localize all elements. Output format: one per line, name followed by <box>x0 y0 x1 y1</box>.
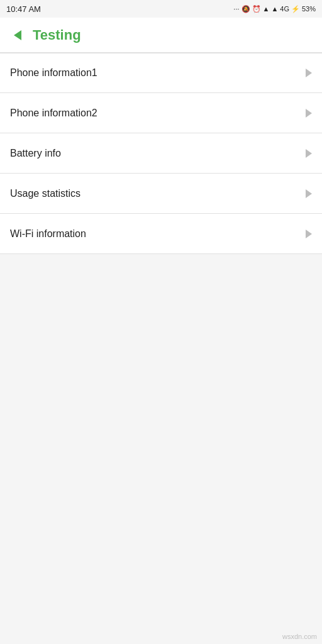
app-bar: Testing <box>0 18 322 53</box>
page-title: Testing <box>33 27 81 43</box>
status-bar: 10:47 AM ··· 🔕 ⏰ ▲ ▲ 4G ⚡ 53% <box>0 0 322 18</box>
menu-item-phone-info-2[interactable]: Phone information2 <box>0 93 322 133</box>
menu-list: Phone information1Phone information2Batt… <box>0 53 322 254</box>
menu-item-label-wifi-info: Wi-Fi information <box>10 228 86 240</box>
chevron-right-icon-phone-info-2 <box>306 109 312 118</box>
chevron-right-icon-usage-stats <box>306 189 312 198</box>
back-chevron-icon <box>14 30 21 40</box>
alarm-icon: ⏰ <box>252 5 261 13</box>
lightning-icon: ⚡ <box>291 5 300 13</box>
menu-item-label-usage-stats: Usage statistics <box>10 188 80 199</box>
menu-item-label-battery-info: Battery info <box>10 148 61 159</box>
chevron-right-icon-phone-info-1 <box>306 69 312 77</box>
signal-bars-icon: ▲ <box>263 5 270 13</box>
mute-icon: 🔕 <box>242 5 250 13</box>
network-label: 4G <box>280 5 289 13</box>
menu-item-phone-info-1[interactable]: Phone information1 <box>0 53 322 93</box>
status-time: 10:47 AM <box>6 4 41 14</box>
menu-item-wifi-info[interactable]: Wi-Fi information <box>0 214 322 254</box>
chevron-right-icon-wifi-info <box>306 230 312 238</box>
signal-dots-icon: ··· <box>233 5 239 13</box>
watermark: wsxdn.com <box>282 633 317 640</box>
chevron-right-icon-battery-info <box>306 149 312 158</box>
status-icons: ··· 🔕 ⏰ ▲ ▲ 4G ⚡ 53% <box>233 5 316 13</box>
signal-bars-2-icon: ▲ <box>271 5 278 13</box>
battery-percent: 53% <box>302 5 316 13</box>
back-button[interactable] <box>5 23 30 48</box>
menu-item-label-phone-info-1: Phone information1 <box>10 67 97 79</box>
menu-item-label-phone-info-2: Phone information2 <box>10 108 97 119</box>
menu-item-usage-stats[interactable]: Usage statistics <box>0 174 322 214</box>
menu-item-battery-info[interactable]: Battery info <box>0 133 322 174</box>
